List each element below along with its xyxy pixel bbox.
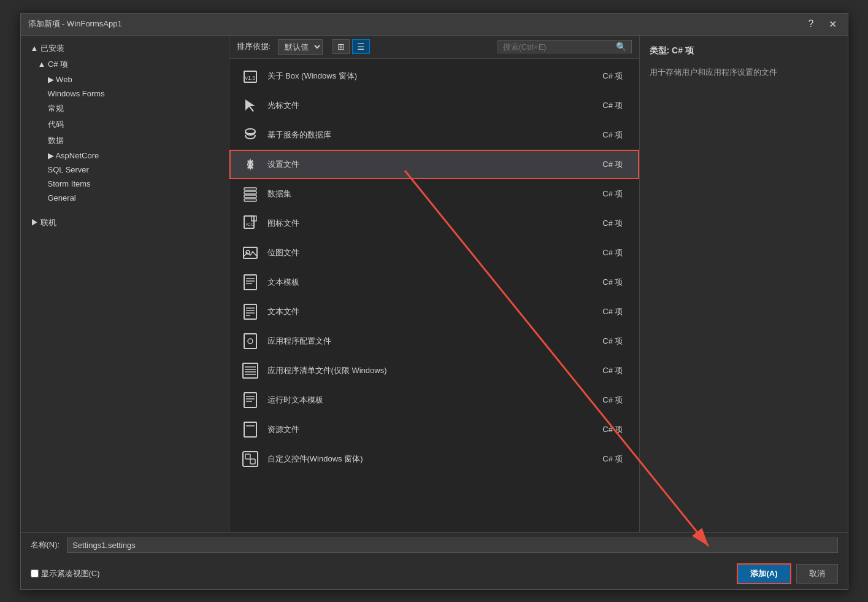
item-icon-bitmap [240, 243, 260, 263]
svg-rect-13 [244, 247, 257, 258]
list-view-button[interactable]: ☰ [352, 39, 370, 54]
item-row[interactable]: 基于服务的数据库 C# 项 [229, 120, 639, 150]
item-name: 运行时文本模板 [267, 395, 603, 406]
item-row[interactable]: 自定义控件(Windows 窗体) C# 项 [229, 444, 639, 474]
item-icon-text-file [240, 302, 260, 322]
show-preview-label[interactable]: 显示紧凑视图(C) [31, 568, 100, 579]
svg-rect-38 [245, 454, 250, 459]
tree-item[interactable]: ▶ AspNetCore [21, 149, 229, 163]
item-name: 应用程序清单文件(仅限 Windows) [267, 365, 603, 376]
svg-rect-19 [244, 304, 256, 319]
right-description: 用于存储用户和应用程序设置的文件 [650, 66, 838, 79]
svg-rect-26 [243, 363, 258, 378]
item-icon-custom-control [240, 449, 260, 469]
item-name: 应用程序配置文件 [267, 336, 603, 347]
item-icon-box: v1.0 [240, 66, 260, 86]
grid-view-button[interactable]: ⊞ [332, 39, 350, 54]
item-category: C# 项 [602, 424, 623, 435]
online-section[interactable]: ▶ 联机 [21, 215, 229, 231]
item-icon-settings [240, 155, 260, 174]
left-panel: ▲ 已安装 ▲ C# 项 ▶ WebWindows Forms常规代码数据▶ A… [21, 36, 229, 532]
search-input[interactable] [503, 42, 613, 52]
item-category: C# 项 [602, 365, 623, 376]
main-content: ▲ 已安装 ▲ C# 项 ▶ WebWindows Forms常规代码数据▶ A… [21, 36, 848, 532]
svg-point-3 [245, 129, 255, 134]
item-category: C# 项 [602, 336, 623, 347]
item-row[interactable]: 设置文件 C# 项 [229, 150, 639, 179]
item-row[interactable]: 运行时文本模板 C# 项 [229, 385, 639, 415]
item-name: 光标文件 [267, 100, 603, 111]
svg-rect-15 [244, 275, 256, 290]
svg-marker-2 [245, 99, 255, 112]
svg-rect-8 [244, 199, 256, 201]
svg-rect-7 [244, 195, 256, 198]
svg-rect-5 [244, 188, 256, 190]
svg-rect-24 [244, 334, 256, 349]
add-item-dialog: 添加新项 - WinFormsApp1 ? ✕ ▲ 已安装 ▲ C# 项 ▶ W… [20, 13, 848, 590]
search-icon: 🔍 [616, 42, 626, 52]
item-name: 位图文件 [267, 247, 603, 258]
svg-rect-35 [244, 422, 256, 437]
tree-item[interactable]: ▶ Web [21, 72, 229, 87]
button-row: 显示紧凑视图(C) 添加(A) 取消 [21, 558, 848, 589]
item-name: 自定义控件(Windows 窗体) [267, 453, 603, 465]
right-panel: 类型: C# 项 用于存储用户和应用程序设置的文件 [639, 36, 848, 532]
item-icon-icon-file: ICO [240, 214, 260, 233]
item-name: 文本文件 [267, 306, 603, 317]
dialog-title: 添加新项 - WinFormsApp1 [28, 18, 122, 29]
item-name: 资源文件 [267, 424, 603, 435]
center-panel: 排序依据: 默认值 名称 类型 ⊞ ☰ 🔍 v1.0 [229, 36, 639, 532]
item-row[interactable]: 数据集 C# 项 [229, 179, 639, 209]
item-row[interactable]: ICO 图标文件 C# 项 [229, 209, 639, 238]
item-icon-runtime-template [240, 390, 260, 410]
item-category: C# 项 [602, 71, 623, 82]
sort-dropdown[interactable]: 默认值 名称 类型 [278, 39, 323, 55]
tree-item[interactable]: Windows Forms [21, 87, 229, 101]
help-button[interactable]: ? [805, 17, 818, 31]
item-row[interactable]: 位图文件 C# 项 [229, 238, 639, 268]
item-row[interactable]: 资源文件 C# 项 [229, 415, 639, 444]
item-name: 设置文件 [267, 159, 603, 170]
item-icon-dataset [240, 184, 260, 204]
item-row[interactable]: 光标文件 C# 项 [229, 91, 639, 120]
toolbar: 排序依据: 默认值 名称 类型 ⊞ ☰ 🔍 [229, 36, 639, 59]
svg-text:v1.0: v1.0 [245, 75, 255, 81]
csharp-item[interactable]: ▲ C# 项 [21, 56, 229, 72]
item-row[interactable]: 应用程序清单文件(仅限 Windows) C# 项 [229, 356, 639, 385]
right-type-label: 类型: C# 项 [650, 45, 838, 56]
item-icon-database [240, 125, 260, 145]
cancel-button[interactable]: 取消 [796, 564, 838, 584]
svg-rect-39 [250, 459, 255, 464]
item-category: C# 项 [602, 159, 623, 170]
search-box: 🔍 [497, 40, 632, 53]
items-list: v1.0 关于 Box (Windows 窗体) C# 项 光标文件 C# 项 … [229, 59, 639, 532]
installed-section[interactable]: ▲ 已安装 [21, 41, 229, 56]
item-row[interactable]: v1.0 关于 Box (Windows 窗体) C# 项 [229, 61, 639, 91]
tree-item[interactable]: General [21, 191, 229, 205]
item-name: 图标文件 [267, 218, 603, 229]
tree-item[interactable]: 常规 [21, 101, 229, 117]
right-panel-top: 类型: C# 项 [650, 45, 838, 56]
item-name: 文本模板 [267, 277, 603, 288]
item-icon-cursor [240, 96, 260, 115]
item-row[interactable]: 应用程序配置文件 C# 项 [229, 326, 639, 356]
svg-rect-6 [244, 191, 256, 194]
title-bar-left: 添加新项 - WinFormsApp1 [28, 18, 122, 29]
tree-item[interactable]: 代码 [21, 117, 229, 133]
item-name: 关于 Box (Windows 窗体) [267, 71, 603, 82]
tree-item[interactable]: Storm Items [21, 177, 229, 191]
show-preview-checkbox[interactable] [31, 569, 39, 577]
item-icon-manifest [240, 361, 260, 380]
item-category: C# 项 [602, 188, 623, 199]
tree-item[interactable]: 数据 [21, 133, 229, 149]
tree-item[interactable]: SQL Server [21, 163, 229, 177]
item-row[interactable]: 文本文件 C# 项 [229, 297, 639, 326]
name-label: 名称(N): [31, 539, 60, 550]
title-bar: 添加新项 - WinFormsApp1 ? ✕ [21, 14, 848, 36]
item-row[interactable]: 文本模板 C# 项 [229, 268, 639, 297]
item-category: C# 项 [602, 453, 623, 465]
close-button[interactable]: ✕ [825, 17, 840, 31]
item-category: C# 项 [602, 277, 623, 288]
add-button[interactable]: 添加(A) [737, 563, 791, 584]
name-input[interactable] [67, 538, 837, 553]
